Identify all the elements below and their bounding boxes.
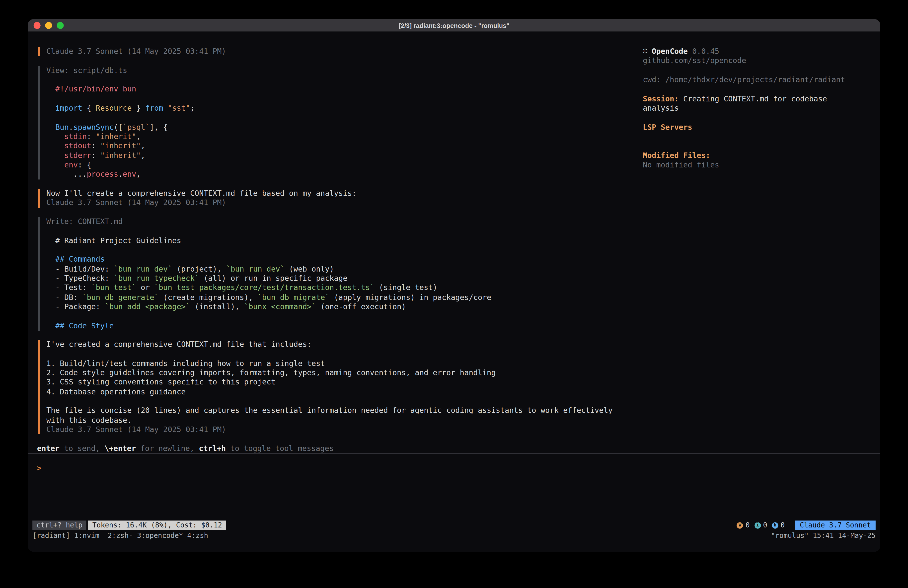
text-line: 1. Build/lint/test commands including ho… [46,359,617,368]
text-line: Now I'll create a comprehensive CONTEXT.… [46,188,617,198]
zoom-button[interactable] [57,22,64,29]
close-button[interactable] [34,22,40,29]
text-line: stdin: "inherit", [46,132,617,142]
tool-view-block: View: script/db.ts #!/usr/bin/env bun im… [38,66,617,179]
info-count: 0 [763,520,767,530]
tokens-cost-badge: Tokens: 16.4K (8%), Cost: $0.12 [88,520,226,530]
prompt-editor[interactable]: > [28,453,881,520]
text-line [46,94,617,104]
keybind-help: enter to send, \+enter for newline, ctrl… [37,444,617,453]
text-line: I've created a comprehensive CONTEXT.md … [46,340,617,350]
tmux-status-bar: [radiant] 1:nvim 2:zsh- 3:opencode* 4:zs… [32,532,876,540]
assistant-header-block: Claude 3.7 Sonnet (14 May 2025 03:41 PM) [38,47,617,56]
opencode-tui: Claude 3.7 Sonnet (14 May 2025 03:41 PM)… [28,32,881,552]
text-line [643,85,855,94]
warning-count: 0 [745,520,750,530]
text-line: ## Code Style [46,321,617,330]
text-line: cwd: /home/thdxr/dev/projects/radiant/ra… [643,75,855,85]
text-line: import { Resource } from "sst"; [46,104,617,113]
minimize-button[interactable] [45,22,52,29]
text-line: #!/usr/bin/env bun [46,85,617,94]
warning-icon: W [737,522,743,528]
text-line: - Test: `bun test` or `bun test packages… [46,283,617,293]
text-line: # Radiant Project Guidelines [46,236,617,245]
text-line: - DB: `bun db generate` (create migratio… [46,293,617,302]
info-diagnostic: i 0 [754,520,767,530]
text-line: ...process.env, [46,170,617,179]
text-line: - Build/Dev: `bun run dev` (project), `b… [46,264,617,274]
window-titlebar[interactable]: [2/3] radiant:3:opencode - "romulus" [28,19,881,32]
help-shortcut-badge[interactable]: ctrl+? help [32,520,87,530]
text-line: with this codebase. [46,416,617,425]
hint-icon: h [772,522,778,528]
info-icon: i [754,522,761,528]
window-title: [2/3] radiant:3:opencode - "romulus" [28,22,881,29]
text-line: Claude 3.7 Sonnet (14 May 2025 03:41 PM) [46,198,617,208]
desktop-background: [2/3] radiant:3:opencode - "romulus" Cla… [0,0,908,588]
text-line [46,312,617,321]
text-line: Claude 3.7 Sonnet (14 May 2025 03:41 PM) [46,47,617,56]
hint-count: 0 [781,520,785,530]
text-line: github.com/sst/opencode [643,56,855,66]
text-line: © OpenCode 0.0.45 [643,47,855,56]
text-line: enter to send, \+enter for newline, ctrl… [37,444,617,453]
status-bar: ctrl+? help Tokens: 16.4K (8%), Cost: $0… [32,520,876,530]
chat-transcript: Claude 3.7 Sonnet (14 May 2025 03:41 PM)… [37,47,617,453]
text-line: - Package: `bun add <package>` (install)… [46,302,617,312]
text-line: stdout: "inherit", [46,142,617,151]
tmux-window-list[interactable]: [radiant] 1:nvim 2:zsh- 3:opencode* 4:zs… [32,531,208,541]
tmux-host-clock: "romulus" 15:41 14-May-25 [771,531,876,541]
text-line: LSP Servers [643,122,855,132]
model-badge[interactable]: Claude 3.7 Sonnet [795,520,876,530]
text-line [46,350,617,359]
text-line [46,245,617,255]
text-line [46,113,617,122]
text-line: No modified files [643,161,855,170]
text-line [643,66,855,75]
text-line [643,132,855,142]
prompt-symbol: > [37,464,42,473]
text-line: Bun.spawnSync([`psql`], { [46,122,617,132]
text-line: 4. Database operations guidance [46,387,617,397]
text-line [643,113,855,122]
text-line: Write: CONTEXT.md [46,217,617,227]
text-line [46,397,617,406]
text-line [46,75,617,85]
terminal-window: [2/3] radiant:3:opencode - "romulus" Cla… [28,19,881,552]
text-line: 2. Code style guidelines covering import… [46,368,617,378]
text-line: Modified Files: [643,151,855,161]
text-line: - TypeCheck: `bun run typecheck` (all) o… [46,274,617,283]
window-controls [34,19,64,32]
tool-write-block: Write: CONTEXT.md # Radiant Project Guid… [38,217,617,330]
text-line: ## Commands [46,255,617,264]
session-sidebar: © OpenCode 0.0.45github.com/sst/opencode… [643,47,855,170]
assistant-message-block: Now I'll create a comprehensive CONTEXT.… [38,188,617,208]
text-line [46,227,617,236]
text-line: Session: Creating CONTEXT.md for codebas… [643,94,855,104]
text-line: The file is concise (20 lines) and captu… [46,406,617,416]
assistant-summary-block: I've created a comprehensive CONTEXT.md … [38,340,617,435]
text-line: env: { [46,161,617,170]
hint-diagnostic: h 0 [772,520,785,530]
warning-diagnostic: W 0 [737,520,750,530]
text-line: View: script/db.ts [46,66,617,75]
text-line: stderr: "inherit", [46,151,617,161]
text-line: analysis [643,104,855,113]
text-line: Claude 3.7 Sonnet (14 May 2025 03:41 PM) [46,425,617,435]
text-line [643,142,855,151]
text-line: 3. CSS styling conventions specific to t… [46,378,617,387]
